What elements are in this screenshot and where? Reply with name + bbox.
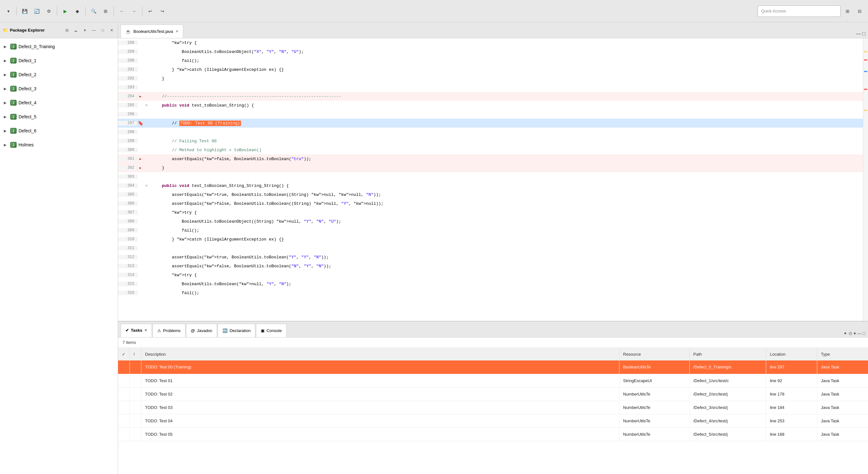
sidebar-item-defect_4[interactable]: ▶ J Defect_4	[0, 96, 118, 110]
project-icon-Holmes: J	[10, 141, 17, 148]
table-row[interactable]: TODO: Test 00 (Training) BooleanUtilsTe …	[118, 360, 868, 374]
col-location[interactable]: Location	[766, 348, 817, 360]
tab-tasks[interactable]: ✔ Tasks ✕	[121, 324, 152, 337]
tasks-tab-close-icon[interactable]: ✕	[144, 328, 147, 333]
line-number-296: 296	[118, 112, 137, 117]
code-line-289: 289 BooleanUtils.toBooleanObject("X", "Y…	[118, 47, 863, 56]
line-content-316: fail();	[149, 291, 863, 295]
editor-tab-booleanutils[interactable]: ☕ BooleanUtilsTest.java ✕	[121, 25, 183, 38]
sidebar-item-label-Defect_2: Defect_2	[19, 72, 36, 77]
line-content-310: } "kw">catch (IllegalArgumentException e…	[149, 237, 863, 242]
tasks-tbody: TODO: Test 00 (Training) BooleanUtilsTe …	[118, 360, 868, 441]
project-icon-Defect_5: J	[10, 114, 17, 120]
sidebar-item-defect_0_training[interactable]: ▶ J Defect_0_Training	[0, 39, 118, 54]
toolbar-run-btn[interactable]: ▶	[60, 6, 70, 16]
line-fold-304[interactable]: ⊖	[144, 184, 149, 188]
toolbar-grid-btn[interactable]: ⊞	[100, 6, 111, 16]
toolbar-refresh-btn[interactable]: 🔄	[32, 6, 42, 16]
toolbar-sep-5	[142, 7, 142, 15]
col-type[interactable]: Type	[817, 348, 868, 360]
pe-maximize-window-btn[interactable]: □	[99, 27, 106, 34]
toolbar-views-btn[interactable]: ⊟	[855, 6, 865, 16]
editor-scrollbar[interactable]	[863, 38, 868, 321]
task-priority-5	[130, 428, 141, 441]
sidebar-item-defect_2[interactable]: ▶ J Defect_2	[0, 68, 118, 82]
task-description-3: TODO: Test 03	[141, 401, 619, 414]
line-content-313: assertEquals("kw">false, BooleanUtils.to…	[149, 264, 863, 268]
col-path[interactable]: Path	[689, 348, 766, 360]
col-priority[interactable]: !	[130, 348, 141, 360]
bottom-minimize-btn[interactable]: —	[857, 331, 862, 336]
table-row[interactable]: TODO: Test 03 NumberUtilsTe /Defect_3/sr…	[118, 401, 868, 414]
line-number-301: 301	[118, 157, 137, 161]
task-resource-5: NumberUtilsTe	[619, 428, 689, 441]
sidebar-item-defect_5[interactable]: ▶ J Defect_5	[0, 110, 118, 124]
table-row[interactable]: TODO: Test 02 NumberUtilsTe /Defect_2/sr…	[118, 387, 868, 401]
table-row[interactable]: TODO: Test 04 NumberUtilsTe /Defect_4/sr…	[118, 414, 868, 428]
editor-maximize-btn[interactable]: □	[862, 31, 865, 37]
sidebar-item-defect_6[interactable]: ▶ J Defect_6	[0, 124, 118, 138]
javadoc-icon: @	[191, 328, 195, 333]
toolbar-perspective-btn[interactable]: ⊞	[842, 6, 853, 16]
task-location-3: line 184	[766, 401, 817, 414]
toolbar-settings-btn[interactable]: ⚙	[44, 6, 54, 16]
col-resource[interactable]: Resource	[619, 348, 689, 360]
task-path-1: /Defect_1/src/test/c	[689, 374, 766, 387]
col-check[interactable]: ✓	[118, 348, 130, 360]
package-explorer-header: 📁 Package Explorer ⊟ 🗕 ▾ — □ ✕	[0, 22, 118, 38]
tab-javadoc[interactable]: @ Javadoc	[186, 324, 217, 337]
pe-minimize-window-btn[interactable]: —	[90, 27, 97, 34]
table-row[interactable]: TODO: Test 01 StringEscapeUt /Defect_1/s…	[118, 374, 868, 387]
toolbar-sep-2	[57, 7, 57, 15]
tab-problems[interactable]: ⚠ Problems	[153, 324, 185, 337]
line-content-304: public void test_toBoolean_String_String…	[149, 183, 863, 188]
scrollbar-mark-3	[864, 71, 867, 72]
line-number-316: 316	[118, 291, 137, 295]
editor-window-btns: — □	[856, 31, 865, 38]
tasks-filter-btn[interactable]: ⊙	[848, 331, 852, 336]
line-content-292: }	[149, 76, 863, 81]
code-editor[interactable]: 288 "kw">try {289 BooleanUtils.toBoolean…	[118, 38, 863, 321]
toolbar-menu-btn[interactable]: ▾	[3, 6, 13, 16]
line-number-310: 310	[118, 237, 137, 242]
bottom-menu-btn[interactable]: ▾	[854, 331, 856, 336]
problems-tab-label: Problems	[163, 328, 181, 333]
declaration-icon: 🔤	[222, 328, 227, 333]
toolbar-redo-btn[interactable]: ↪	[157, 6, 167, 16]
pe-menu-btn[interactable]: ▾	[82, 27, 88, 34]
pe-collapse-btn[interactable]: 🗕	[72, 27, 80, 34]
toolbar-forward-btn[interactable]: →	[129, 6, 139, 16]
quick-access-input[interactable]: Quick Access	[757, 5, 841, 17]
line-content-305: assertEquals("kw">true, BooleanUtils.toB…	[149, 192, 863, 197]
task-type-1: Java Task	[817, 374, 868, 387]
code-line-288: 288 "kw">try {	[118, 38, 863, 47]
sidebar-item-holmes[interactable]: ▶ J Holmes	[0, 138, 118, 152]
toolbar-search-btn[interactable]: 🔍	[88, 6, 99, 16]
editor-tab-close[interactable]: ✕	[176, 29, 178, 33]
col-description[interactable]: Description	[141, 348, 619, 360]
code-lines: 288 "kw">try {289 BooleanUtils.toBoolean…	[118, 38, 863, 297]
toolbar-back-btn[interactable]: ←	[117, 6, 127, 16]
sidebar-item-defect_1[interactable]: ▶ J Defect_1	[0, 54, 118, 68]
toolbar-debug-btn[interactable]: ◆	[72, 6, 82, 16]
tab-declaration[interactable]: 🔤 Declaration	[218, 324, 255, 337]
toolbar-undo-btn[interactable]: ↩	[145, 6, 155, 16]
tasks-new-btn[interactable]: ✦	[843, 331, 847, 336]
task-type-5: Java Task	[817, 428, 868, 441]
task-priority-4	[130, 414, 141, 428]
sidebar-item-defect_3[interactable]: ▶ J Defect_3	[0, 82, 118, 96]
pe-close-btn[interactable]: ✕	[108, 27, 115, 34]
line-marker-301: ▸	[137, 156, 144, 162]
bottom-maximize-btn[interactable]: □	[863, 331, 865, 336]
task-check-3	[118, 401, 130, 414]
project-icon-Defect_2: J	[10, 71, 17, 78]
code-line-310: 310 } "kw">catch (IllegalArgumentExcepti…	[118, 235, 863, 244]
editor-minimize-btn[interactable]: —	[856, 31, 861, 37]
toolbar-save-btn[interactable]: 💾	[20, 6, 30, 16]
line-number-315: 315	[118, 282, 137, 286]
table-row[interactable]: TODO: Test 05 NumberUtilsTe /Defect_5/sr…	[118, 428, 868, 441]
pe-minimize-btn[interactable]: ⊟	[63, 27, 70, 34]
code-line-307: 307 "kw">try {	[118, 208, 863, 217]
tab-console[interactable]: ▣ Console	[256, 324, 286, 337]
line-fold-295[interactable]: ⊖	[144, 103, 149, 107]
